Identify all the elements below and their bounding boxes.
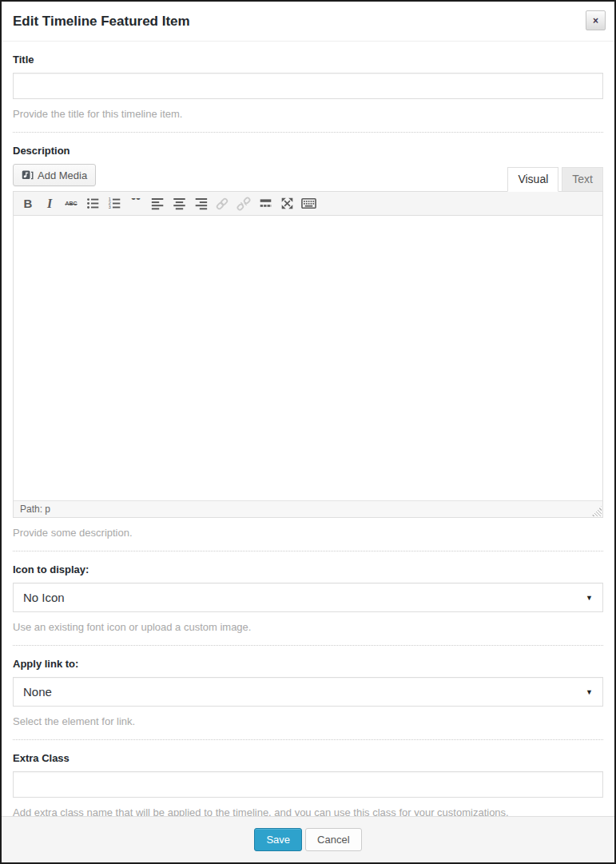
resize-grip[interactable] [591, 506, 602, 516]
editor-toolbar: B I ABC 1 2 3 [14, 192, 602, 216]
align-center-icon[interactable] [169, 194, 189, 213]
kitchen-sink-icon[interactable] [298, 194, 319, 213]
align-left-icon[interactable] [147, 194, 168, 213]
link-icon [212, 194, 232, 213]
extra-class-input[interactable] [13, 771, 603, 798]
dialog-header: Edit Timeline Featured Item × [2, 2, 614, 42]
add-media-button[interactable]: Add Media [13, 164, 96, 186]
icon-help-text: Use an existing font icon or upload a cu… [13, 621, 603, 633]
extra-class-section: Extra Class Add extra class name that wi… [13, 740, 603, 816]
chevron-down-icon: ▼ [586, 594, 593, 602]
close-button[interactable]: × [586, 10, 606, 30]
editor-content-area[interactable] [14, 216, 602, 500]
more-tag-icon[interactable] [255, 194, 276, 213]
editor-tabs: Visual Text [504, 164, 603, 191]
strikethrough-icon[interactable]: ABC [61, 194, 81, 213]
icon-label: Icon to display: [13, 563, 603, 575]
media-tab-row: Add Media Visual Text [13, 164, 603, 191]
icon-section: Icon to display: No Icon ▼ Use an existi… [13, 551, 603, 646]
rich-text-editor: B I ABC 1 2 3 [13, 191, 603, 518]
icon-select-value: No Icon [23, 591, 586, 604]
align-right-icon[interactable] [190, 194, 211, 213]
cancel-button[interactable]: Cancel [305, 828, 361, 852]
link-select-value: None [23, 685, 586, 699]
extra-class-help-text: Add extra class name that will be applie… [13, 806, 603, 816]
title-input[interactable] [13, 73, 603, 99]
dialog-title: Edit Timeline Featured Item [13, 14, 190, 30]
description-label: Description [13, 145, 603, 157]
link-label: Apply link to: [13, 658, 603, 670]
add-media-label: Add Media [38, 169, 87, 181]
description-section: Description Add Media [13, 133, 603, 551]
editor-statusbar: Path: p [14, 500, 602, 517]
bold-icon[interactable]: B [18, 194, 38, 213]
icon-select[interactable]: No Icon ▼ [13, 583, 603, 612]
fullscreen-icon[interactable] [276, 194, 297, 213]
title-help-text: Provide the title for this timeline item… [13, 108, 603, 120]
extra-class-label: Extra Class [13, 752, 603, 764]
edit-timeline-featured-item-dialog: Edit Timeline Featured Item × Title Prov… [0, 0, 616, 864]
link-help-text: Select the element for link. [13, 715, 603, 727]
title-section: Title Provide the title for this timelin… [13, 42, 603, 133]
tab-visual[interactable]: Visual [507, 167, 558, 192]
unlink-icon [233, 194, 254, 213]
numbered-list-icon[interactable]: 1 2 3 [104, 194, 125, 213]
close-icon: × [593, 16, 598, 26]
save-button[interactable]: Save [254, 828, 302, 852]
description-help-text: Provide some description. [13, 527, 603, 539]
blockquote-icon[interactable]: “ [125, 194, 146, 213]
tab-text[interactable]: Text [562, 167, 603, 191]
bulleted-list-icon[interactable] [82, 194, 103, 213]
italic-icon[interactable]: I [39, 194, 60, 213]
title-label: Title [13, 54, 603, 66]
dialog-body: Title Provide the title for this timelin… [2, 42, 614, 816]
editor-path-status: Path: p [20, 504, 50, 515]
link-select[interactable]: None ▼ [13, 677, 603, 707]
dialog-footer: Save Cancel [2, 816, 614, 862]
link-section: Apply link to: None ▼ Select the element… [13, 646, 603, 740]
svg-text:3: 3 [108, 205, 110, 209]
chevron-down-icon: ▼ [586, 688, 593, 696]
add-media-icon [22, 169, 34, 181]
